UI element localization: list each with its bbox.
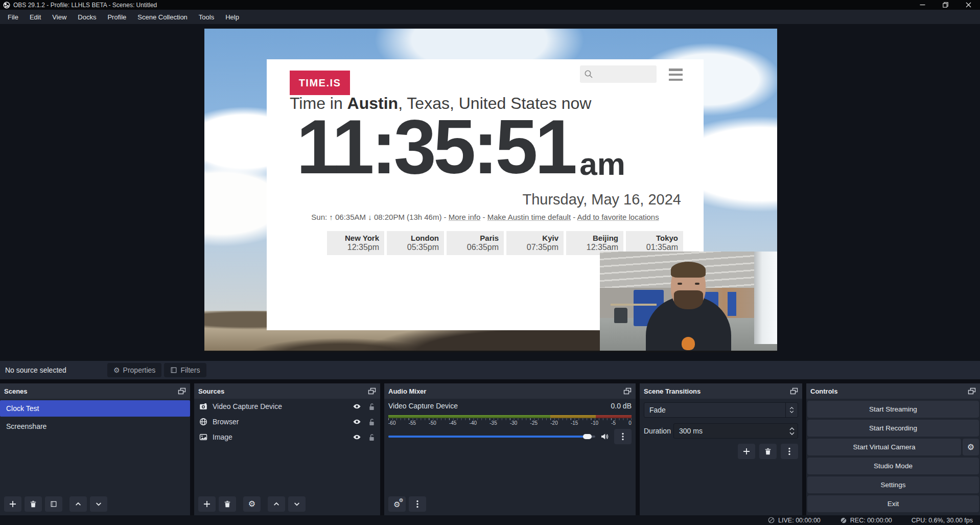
popout-icon[interactable] — [790, 387, 798, 395]
filters-button[interactable]: Filters — [164, 363, 206, 377]
source-properties-button[interactable]: ⚙ — [243, 496, 261, 512]
scenes-panel: Scenes Clock Test Screenshare — [0, 383, 190, 515]
clock-digits: 11:35:51 — [296, 108, 574, 185]
settings-button[interactable]: Settings — [807, 476, 979, 493]
transitions-panel-title: Scene Transitions — [644, 387, 701, 395]
add-favorite-link: Add to favorite locations — [577, 213, 659, 221]
menu-profile[interactable]: Profile — [102, 11, 132, 24]
scene-item-clock-test[interactable]: Clock Test — [0, 400, 190, 417]
remove-scene-button[interactable] — [25, 496, 42, 512]
transition-select[interactable]: Fade — [644, 402, 798, 418]
source-item-image[interactable]: Image — [194, 429, 380, 445]
gear-icon: ⚙ — [113, 367, 120, 374]
menu-docks[interactable]: Docks — [72, 11, 102, 24]
advanced-audio-button[interactable]: ⚙⚙ — [388, 496, 406, 512]
move-source-up-button[interactable] — [268, 496, 285, 512]
lock-open-icon[interactable] — [368, 403, 375, 410]
live-status: LIVE: 00:00:00 — [767, 516, 821, 524]
world-clock-cell: New York12:35pm — [327, 231, 384, 255]
visibility-eye-icon[interactable] — [353, 418, 361, 426]
start-recording-button[interactable]: Start Recording — [807, 420, 979, 437]
exit-button[interactable]: Exit — [807, 495, 979, 512]
mixer-channel-label: Video Capture Device — [388, 402, 458, 413]
title-bar: OBS 29.1.2 - Profile: LLHLS BETA - Scene… — [0, 0, 980, 10]
clock-ampm: am — [579, 148, 625, 180]
remove-transition-button[interactable] — [759, 444, 777, 459]
minimize-button[interactable] — [911, 0, 934, 10]
menu-edit[interactable]: Edit — [24, 11, 46, 24]
source-item-browser[interactable]: Browser — [194, 414, 380, 429]
duration-spinbox[interactable]: 300 ms — [673, 423, 798, 439]
menu-help[interactable]: Help — [220, 11, 245, 24]
audio-mixer-panel-title: Audio Mixer — [388, 387, 426, 395]
properties-button[interactable]: ⚙ Properties — [107, 363, 161, 377]
world-clock-cell: Kyiv07:35pm — [506, 231, 564, 255]
restore-button[interactable] — [934, 0, 957, 10]
meter-tick-labels: -60-55-50-45-40-35-30-25-20-15-10-50 — [388, 420, 632, 427]
sources-panel-title: Sources — [198, 387, 224, 395]
mixer-channel-menu-button[interactable] — [614, 429, 632, 444]
no-source-selected-label: No source selected — [5, 366, 107, 374]
popout-icon[interactable] — [178, 387, 186, 395]
webcam-person — [646, 252, 731, 352]
combo-arrows[interactable] — [785, 403, 798, 417]
transition-selected-value: Fade — [644, 406, 785, 414]
lock-open-icon[interactable] — [368, 433, 375, 441]
timeis-search-box — [580, 65, 657, 83]
add-scene-button[interactable] — [4, 496, 21, 512]
scene-transitions-panel: Scene Transitions Fade Duration 300 ms — [640, 383, 802, 515]
scene-item-screenshare[interactable]: Screenshare — [0, 418, 190, 435]
close-button[interactable] — [957, 0, 980, 10]
camera-icon — [199, 402, 207, 410]
duration-label: Duration — [644, 427, 673, 435]
obs-logo-icon — [3, 2, 10, 9]
remove-source-button[interactable] — [219, 496, 236, 512]
speaker-icon[interactable] — [600, 432, 609, 441]
obs-window: OBS 29.1.2 - Profile: LLHLS BETA - Scene… — [0, 0, 980, 525]
menu-bar: File Edit View Docks Profile Scene Colle… — [0, 10, 980, 24]
move-source-down-button[interactable] — [288, 496, 306, 512]
menu-scene-collection[interactable]: Scene Collection — [132, 11, 193, 24]
audio-mixer-panel: Audio Mixer Video Capture Device 0.0 dB … — [384, 383, 636, 515]
duration-value: 300 ms — [674, 427, 786, 435]
source-item-video-capture[interactable]: Video Capture Device — [194, 399, 380, 414]
volume-meter — [388, 415, 632, 418]
more-info-link: More info — [449, 213, 481, 221]
visibility-eye-icon[interactable] — [353, 433, 361, 441]
mixer-menu-button[interactable] — [409, 496, 426, 512]
globe-icon — [199, 418, 207, 426]
spin-arrows[interactable] — [786, 427, 798, 435]
menu-view[interactable]: View — [46, 11, 72, 24]
add-source-button[interactable] — [198, 496, 216, 512]
transition-properties-button[interactable] — [781, 444, 798, 459]
start-virtual-camera-button[interactable]: Start Virtual Camera — [807, 439, 961, 455]
scene-filters-button[interactable] — [45, 496, 62, 512]
hamburger-menu-icon — [669, 69, 683, 81]
lock-open-icon[interactable] — [368, 418, 375, 426]
preview-canvas[interactable]: TIME.IS Time in Austin, Texas, United St… — [204, 29, 777, 352]
mixer-toolbar: ⚙⚙ — [388, 496, 426, 512]
visibility-eye-icon[interactable] — [353, 403, 361, 410]
virtual-camera-settings-button[interactable]: ⚙ — [963, 439, 979, 455]
volume-slider-handle[interactable] — [583, 434, 592, 439]
popout-icon[interactable] — [368, 387, 376, 395]
window-title: OBS 29.1.2 - Profile: LLHLS BETA - Scene… — [13, 2, 157, 9]
search-icon — [584, 70, 593, 79]
add-transition-button[interactable] — [738, 444, 755, 459]
popout-icon[interactable] — [623, 387, 632, 395]
move-scene-up-button[interactable] — [69, 496, 87, 512]
scenes-panel-title: Scenes — [4, 387, 28, 395]
menu-file[interactable]: File — [2, 11, 24, 24]
menu-tools[interactable]: Tools — [193, 11, 220, 24]
make-default-link: Make Austin time default — [487, 213, 571, 221]
studio-mode-button[interactable]: Studio Mode — [807, 458, 979, 474]
gear-icon: ⚙ — [248, 500, 255, 508]
move-scene-down-button[interactable] — [90, 496, 107, 512]
popout-icon[interactable] — [968, 387, 976, 395]
cpu-status: CPU: 0.6%, 30.00 fps — [912, 517, 973, 524]
sources-toolbar: ⚙ — [198, 496, 306, 512]
volume-slider[interactable] — [388, 433, 595, 440]
start-streaming-button[interactable]: Start Streaming — [807, 401, 979, 418]
gear-icon: ⚙ — [399, 498, 404, 503]
world-clock-cell: Paris06:35pm — [447, 231, 504, 255]
